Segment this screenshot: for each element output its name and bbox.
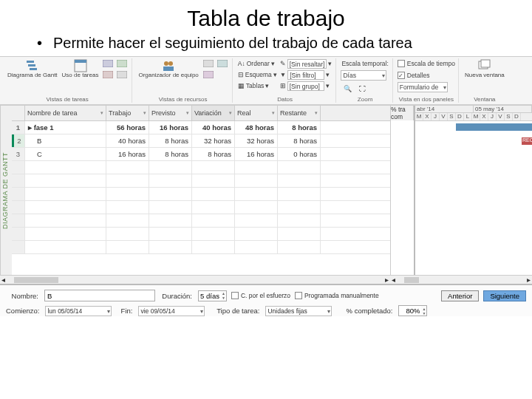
cell-remaining[interactable]: 8 horas [278, 121, 321, 134]
cell-task[interactable]: C [25, 148, 106, 160]
gantt-view-button[interactable]: Diagrama de Gantt [6, 58, 59, 80]
cell-variance[interactable] [192, 174, 235, 187]
cell-work[interactable] [106, 188, 149, 200]
cell-remaining[interactable] [278, 174, 321, 187]
task-usage-button[interactable]: Uso de tareas [61, 58, 100, 80]
cell-variance[interactable] [192, 201, 235, 214]
table-row[interactable] [12, 241, 390, 254]
cell-actual[interactable] [235, 214, 278, 227]
cell-variance[interactable] [192, 161, 235, 174]
cell-remaining[interactable] [278, 228, 321, 240]
pct-spinner[interactable]: ▲▼ [398, 305, 427, 316]
header-task[interactable]: Nombre de tarea▾ [25, 106, 106, 120]
row-number[interactable]: 3 [12, 148, 25, 160]
header-actual[interactable]: Real▾ [235, 106, 278, 120]
cell-actual[interactable]: 16 horas [235, 148, 278, 160]
cell-task[interactable] [25, 174, 106, 187]
cell-task[interactable]: ▸ fase 1 [25, 121, 106, 134]
team-planner-button[interactable]: Organizador de equipo [137, 58, 200, 80]
cell-work[interactable] [106, 228, 149, 240]
cell-work[interactable] [106, 241, 149, 253]
row-number[interactable] [12, 214, 25, 227]
cell-remaining[interactable] [278, 201, 321, 214]
table-row[interactable]: 2B40 horas8 horas32 horas32 horas8 horas [12, 134, 390, 148]
cell-actual[interactable]: 48 horas [235, 121, 278, 134]
header-pct[interactable]: % tra com [391, 106, 414, 120]
new-window-button[interactable]: Nueva ventana [463, 58, 506, 80]
header-remaining[interactable]: Restante▾ [278, 106, 321, 120]
view-small-4[interactable] [115, 69, 129, 80]
row-number[interactable]: 1 [12, 121, 25, 134]
duration-spinner[interactable]: ▲▼ [198, 290, 227, 301]
cell-variance[interactable] [192, 188, 235, 200]
table-row[interactable] [12, 188, 390, 201]
cell-work[interactable] [106, 174, 149, 187]
cell-work[interactable]: 16 horas [106, 148, 149, 160]
row-number[interactable]: 2 [12, 134, 25, 147]
cell-task[interactable] [25, 214, 106, 227]
cell-baseline[interactable] [149, 241, 192, 253]
view-small-2[interactable] [115, 58, 129, 69]
row-number[interactable] [12, 241, 25, 253]
header-rownum[interactable] [12, 106, 25, 120]
prev-button[interactable]: Anterior [441, 290, 479, 301]
cell-actual[interactable]: 32 horas [235, 134, 278, 147]
cell-remaining[interactable]: 8 horas [278, 134, 321, 147]
next-button[interactable]: Siguiente [483, 290, 526, 301]
cell-baseline[interactable] [149, 201, 192, 214]
tables-button[interactable]: ▦Tablas▾ [237, 81, 278, 91]
timescale-select[interactable]: Días [341, 70, 386, 81]
cell-actual[interactable] [235, 201, 278, 214]
row-number[interactable] [12, 188, 25, 200]
table-row[interactable] [12, 214, 390, 228]
res-small-2[interactable] [216, 58, 229, 69]
view-small-3[interactable] [101, 69, 115, 80]
header-baseline[interactable]: Previsto▾ [149, 106, 192, 120]
start-select[interactable]: lun 05/05/14 [45, 306, 112, 316]
cell-remaining[interactable] [278, 214, 321, 227]
table-row[interactable] [12, 161, 390, 174]
cell-baseline[interactable] [149, 228, 192, 240]
cell-variance[interactable]: 40 horas [192, 121, 235, 134]
header-variance[interactable]: Variación▾ [192, 106, 235, 120]
details-checkbox[interactable]: ✓Detalles [398, 70, 430, 81]
cell-baseline[interactable]: 8 horas [149, 148, 192, 160]
table-row[interactable]: 1▸ fase 156 horas16 horas40 horas48 hora… [12, 121, 390, 134]
cell-work[interactable]: 56 horas [106, 121, 149, 134]
cell-remaining[interactable] [278, 161, 321, 174]
cell-baseline[interactable] [149, 214, 192, 227]
table-row[interactable] [12, 174, 390, 188]
group-dropdown[interactable]: ⊞[Sin grupo]▾ [279, 81, 333, 91]
cell-remaining[interactable] [278, 241, 321, 253]
cell-variance[interactable]: 8 horas [192, 148, 235, 160]
cell-task[interactable] [25, 201, 106, 214]
type-select[interactable]: Unidades fijas [265, 306, 332, 316]
cell-baseline[interactable] [149, 174, 192, 187]
cell-work[interactable] [106, 161, 149, 174]
table-row[interactable] [12, 201, 390, 214]
gantt-vertical-tab[interactable]: DIAGRAMA DE GANTT [0, 106, 12, 275]
cell-task[interactable] [25, 161, 106, 174]
effort-checkbox[interactable]: C. por el esfuerzo [231, 290, 290, 301]
row-number[interactable] [12, 161, 25, 174]
timeline-scrollbar[interactable]: ◂▸ [390, 275, 532, 284]
res-small-1[interactable] [202, 58, 215, 69]
zoom-button[interactable]: 🔍 [341, 83, 354, 94]
details-select[interactable]: Formulario de [398, 82, 448, 92]
cell-variance[interactable]: 32 horas [192, 134, 235, 147]
gantt-bar-b[interactable]: REC [522, 137, 532, 145]
cell-work[interactable] [106, 201, 149, 214]
name-input[interactable] [44, 290, 155, 301]
filter-dropdown[interactable]: ▼[Sin filtro]▾ [279, 69, 333, 80]
cell-baseline[interactable]: 8 horas [149, 134, 192, 147]
cell-baseline[interactable] [149, 188, 192, 200]
cell-task[interactable] [25, 188, 106, 200]
cell-actual[interactable] [235, 241, 278, 253]
cell-variance[interactable] [192, 228, 235, 240]
cell-task[interactable] [25, 241, 106, 253]
grid-scrollbar[interactable]: ◂▸ [0, 275, 390, 284]
gantt-bar-fase1[interactable] [456, 123, 532, 131]
cell-variance[interactable] [192, 241, 235, 253]
cell-task[interactable]: B [25, 134, 106, 147]
cell-task[interactable] [25, 228, 106, 240]
